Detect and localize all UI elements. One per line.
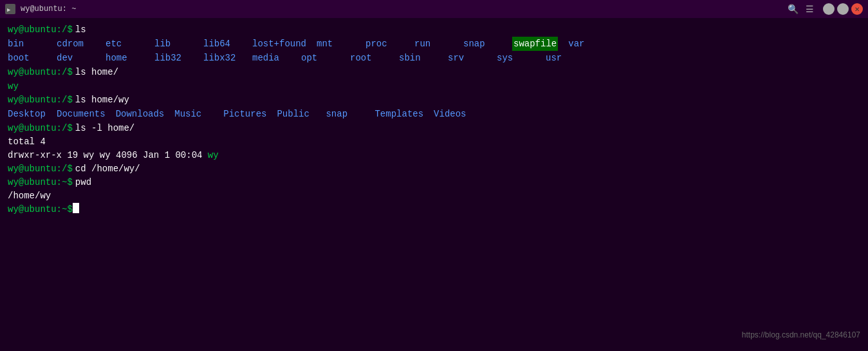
dir-list-home: wy xyxy=(8,79,860,93)
cursor-block xyxy=(73,203,79,213)
terminal-area[interactable]: wy@ubuntu:/$ ls bin cdrom etc lib lib64 … xyxy=(0,18,868,351)
dir-mnt: mnt xyxy=(317,37,355,51)
command-line-2: wy@ubuntu:/$ ls home/ xyxy=(8,66,860,79)
output-total: total 4 xyxy=(8,135,860,149)
dir-usr: usr xyxy=(546,51,584,65)
dir-libx32: libx32 xyxy=(203,51,242,65)
command-line-3: wy@ubuntu:/$ ls home/wy xyxy=(8,93,860,107)
dir-root: root xyxy=(350,51,389,65)
dir-documents: Documents xyxy=(57,107,106,121)
dir-videos: Videos xyxy=(434,107,472,121)
maximize-button[interactable] xyxy=(837,3,849,15)
prompt-current: wy@ubuntu:~$ xyxy=(8,203,73,216)
cmd-6: pwd xyxy=(75,176,91,189)
dir-wy: wy xyxy=(8,79,19,93)
dir-bin: bin xyxy=(8,37,46,51)
command-line-6: wy@ubuntu:~$ pwd xyxy=(8,176,860,189)
dir-list-root: bin cdrom etc lib lib64 lost+found mnt p… xyxy=(8,37,860,51)
dir-home: home xyxy=(106,51,144,65)
dir-cdrom: cdrom xyxy=(57,37,95,51)
prompt-6: wy@ubuntu:~$ xyxy=(8,176,73,189)
dir-srv: srv xyxy=(448,51,486,65)
dir-snap2: snap xyxy=(326,107,364,121)
dir-opt: opt xyxy=(301,51,340,65)
dir-lib: lib xyxy=(154,37,193,51)
dir-etc: etc xyxy=(106,37,144,51)
output-pwd: /home/wy xyxy=(8,189,860,203)
dir-music: Music xyxy=(174,107,213,121)
dir-list-wy: Desktop Documents Downloads Music Pictur… xyxy=(8,107,860,121)
svg-text:▶: ▶ xyxy=(7,6,11,13)
dir-proc: proc xyxy=(365,37,404,51)
dir-lost+found: lost+found xyxy=(252,37,306,51)
dir-wy-detail: wy xyxy=(208,150,219,160)
dir-var: var xyxy=(568,37,607,51)
terminal-icon: ▶ xyxy=(5,4,15,14)
dir-snap: snap xyxy=(463,37,502,51)
window-title: wy@ubuntu: ~ xyxy=(21,5,76,14)
output-dir-detail: drwxr-xr-x 19 wy wy 4096 Jan 1 00:04 wy xyxy=(8,149,860,162)
titlebar-left: ▶ wy@ubuntu: ~ xyxy=(5,4,76,14)
watermark: https://blog.csdn.net/qq_42846107 xyxy=(742,330,860,339)
dir-lib64: lib64 xyxy=(203,37,242,51)
command-line-4: wy@ubuntu:/$ ls -l home/ xyxy=(8,122,860,135)
prompt-1: wy@ubuntu:/$ xyxy=(8,23,73,37)
command-line-1: wy@ubuntu:/$ ls xyxy=(8,23,860,37)
cmd-4: ls -l home/ xyxy=(75,122,134,135)
dir-sys: sys xyxy=(497,51,535,65)
titlebar-controls: 🔍 ☰ ✕ xyxy=(787,3,863,15)
prompt-3: wy@ubuntu:/$ xyxy=(8,93,73,107)
cmd-1: ls xyxy=(75,23,86,37)
dir-dev: dev xyxy=(57,51,95,65)
search-button[interactable]: 🔍 xyxy=(787,3,799,15)
command-line-current: wy@ubuntu:~$ xyxy=(8,203,860,216)
dir-lib32: lib32 xyxy=(154,51,193,65)
dir-downloads: Downloads xyxy=(116,107,165,121)
dir-pictures: Pictures xyxy=(223,107,266,121)
prompt-2: wy@ubuntu:/$ xyxy=(8,66,73,79)
dir-list-root-2: boot dev home lib32 libx32 media opt roo… xyxy=(8,51,860,65)
close-button[interactable]: ✕ xyxy=(851,3,863,15)
command-line-5: wy@ubuntu:/$ cd /home/wy/ xyxy=(8,162,860,176)
dir-media: media xyxy=(252,51,291,65)
dir-sbin: sbin xyxy=(399,51,438,65)
titlebar: ▶ wy@ubuntu: ~ 🔍 ☰ ✕ xyxy=(0,0,868,18)
prompt-5: wy@ubuntu:/$ xyxy=(8,162,73,176)
dir-swapfile: swapfile xyxy=(512,37,558,51)
dir-boot: boot xyxy=(8,51,46,65)
prompt-4: wy@ubuntu:/$ xyxy=(8,122,73,135)
cmd-5: cd /home/wy/ xyxy=(75,162,140,176)
dir-public: Public xyxy=(277,107,315,121)
cmd-3: ls home/wy xyxy=(75,93,129,107)
dir-desktop: Desktop xyxy=(8,107,46,121)
menu-button[interactable]: ☰ xyxy=(804,3,815,15)
dir-templates: Templates xyxy=(374,107,423,121)
dir-run: run xyxy=(414,37,453,51)
minimize-button[interactable] xyxy=(823,3,835,15)
cmd-2: ls home/ xyxy=(75,66,118,79)
